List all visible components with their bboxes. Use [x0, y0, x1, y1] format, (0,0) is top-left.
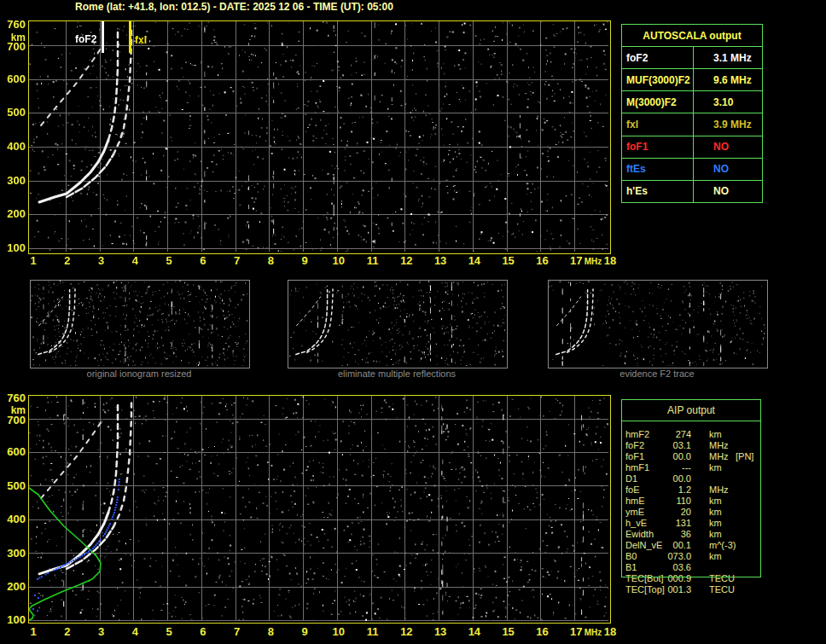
aip-row-ewidth: Ewidth36km	[621, 529, 761, 540]
aip-val: 110	[647, 496, 691, 507]
aip-val: 001.3	[647, 584, 691, 595]
aip-val: 274	[647, 429, 691, 440]
thumbnail-f2-trace[interactable]	[548, 280, 768, 368]
autoscala-row-m3000f2: M(3000)F23.10	[622, 91, 762, 113]
aip-unit: MHz	[709, 484, 729, 496]
bottom-y-tick-200: 200	[0, 581, 26, 593]
bottom-y-tick-500: 500	[0, 480, 26, 492]
thumbnail-original-ionogram[interactable]	[30, 280, 250, 368]
bottom-x-tick-6: 6	[200, 625, 206, 638]
aip-row-hme: hmE110km	[621, 496, 761, 507]
aip-unit: km	[709, 462, 722, 473]
bottom-x-unit-label: MHz	[585, 628, 602, 637]
bottom-x-tick-16: 16	[536, 625, 548, 638]
autoscala-row-label: h'Es	[622, 181, 694, 202]
autoscala-output-table: AUTOSCALA output foF23.1 MHzMUF(3000)F29…	[621, 24, 763, 203]
top-x-unit-label: MHz	[585, 257, 602, 266]
autoscala-row-value: NO	[694, 159, 762, 180]
top-x-tick-13: 13	[434, 254, 446, 267]
top-x-tick-10: 10	[333, 254, 345, 267]
top-y-tick-760: 760	[0, 19, 26, 31]
bottom-x-tick-1: 1	[30, 625, 36, 638]
top-y-tick-300: 300	[0, 175, 26, 187]
top-x-tick-16: 16	[536, 254, 548, 267]
aip-name: foE	[625, 484, 640, 496]
page-title: Rome (lat: +41.8, lon: 012.5) - DATE: 20…	[75, 1, 393, 13]
top-x-tick-6: 6	[200, 254, 206, 267]
autoscala-row-value: NO	[694, 181, 762, 202]
top-x-tick-17: 17	[570, 254, 582, 267]
aip-row-yme: ymE20km	[621, 507, 761, 518]
autoscala-table-title: AUTOSCALA output	[622, 25, 762, 47]
aip-name: hmF1	[625, 462, 649, 473]
bottom-x-tick-17: 17	[570, 625, 582, 638]
aip-header-divider	[621, 421, 761, 421]
bottom-x-tick-14: 14	[468, 625, 480, 638]
autoscala-row-fxi: fxI3.9 MHz	[622, 113, 762, 136]
bottom-x-tick-10: 10	[333, 625, 345, 638]
bottom-y-tick-600: 600	[0, 446, 26, 458]
caption-multiple-reflections: eliminate multiple reflections	[288, 368, 506, 379]
autoscala-row-value: 3.10	[694, 91, 762, 113]
top-ionogram-canvas[interactable]	[29, 21, 608, 252]
bottom-x-tick-12: 12	[400, 625, 412, 638]
bottom-x-tick-13: 13	[434, 625, 446, 638]
aip-output-table: AIP output hmF2274kmfoF203.1MHzfoF100.0M…	[621, 399, 761, 604]
top-x-tick-15: 15	[502, 254, 514, 267]
aip-name: B1	[625, 562, 637, 573]
aip-name: foF2	[625, 440, 644, 451]
aip-row-fof1: foF100.0MHz[PN]	[621, 451, 761, 462]
caption-f2-trace: evidence F2 trace	[548, 368, 766, 379]
bottom-y-tick-700: 700	[0, 415, 26, 426]
top-x-tick-18: 18	[604, 254, 616, 267]
aip-row-tectop: TEC[Top]001.3TECU	[621, 584, 761, 595]
aip-unit: km	[709, 518, 722, 529]
autoscala-row-label: foF1	[622, 136, 694, 158]
top-y-tick-100: 100	[0, 242, 26, 254]
aip-val: 03.6	[647, 562, 691, 573]
aip-extra: [PN]	[736, 451, 753, 462]
autoscala-row-label: fxI	[622, 113, 694, 135]
top-x-tick-2: 2	[64, 254, 70, 267]
aip-val: 000.9	[647, 573, 691, 584]
aip-row-tecbot: TEC[Bot]000.9TECU	[621, 573, 761, 584]
aip-row-b0: B0073.0km	[621, 551, 761, 562]
top-x-tick-1: 1	[30, 254, 36, 267]
top-ionogram-panel	[28, 20, 611, 254]
aip-unit: km	[709, 551, 722, 562]
aip-unit: MHz	[709, 440, 729, 451]
top-y-tick-700: 700	[0, 41, 26, 53]
aip-val: 073.0	[647, 551, 691, 562]
thumbnail-multiple-reflections[interactable]	[288, 280, 508, 368]
autoscala-row-value: NO	[694, 136, 762, 158]
top-x-tick-5: 5	[166, 254, 172, 267]
aip-val: 1.2	[647, 484, 691, 496]
aip-name: hmE	[625, 496, 645, 507]
bottom-x-tick-4: 4	[132, 625, 138, 638]
aip-unit: m^(-3)	[709, 540, 736, 551]
bottom-x-tick-2: 2	[64, 625, 70, 638]
bottom-y-tick-100: 100	[0, 614, 26, 626]
bottom-y-tick-400: 400	[0, 513, 26, 525]
aip-row-foe: foE1.2MHz	[621, 484, 761, 496]
bottom-ionogram-panel	[28, 395, 611, 624]
aip-row-fof2: foF203.1MHz	[621, 440, 761, 451]
bottom-x-tick-5: 5	[166, 625, 172, 638]
bottom-y-tick-760: 760	[0, 392, 26, 404]
autoscala-row-fof2: foF23.1 MHz	[622, 47, 762, 69]
top-x-tick-9: 9	[301, 254, 307, 267]
autoscala-row-fof1: foF1NO	[622, 136, 762, 159]
bottom-x-tick-7: 7	[234, 625, 240, 638]
top-y-tick-400: 400	[0, 141, 26, 153]
bottom-ionogram-canvas[interactable]	[29, 396, 608, 621]
aip-name: h_vE	[625, 518, 647, 529]
aip-name: B0	[625, 551, 637, 562]
aip-val: 36	[647, 529, 691, 540]
aip-unit: km	[709, 496, 722, 507]
fxi-marker-label: fxI	[135, 34, 147, 46]
thumbnail-original-canvas	[31, 281, 247, 366]
aip-row-hmf2: hmF2274km	[621, 429, 761, 440]
bottom-x-tick-9: 9	[301, 625, 307, 638]
bottom-x-tick-18: 18	[604, 625, 616, 638]
bottom-x-tick-3: 3	[98, 625, 104, 638]
